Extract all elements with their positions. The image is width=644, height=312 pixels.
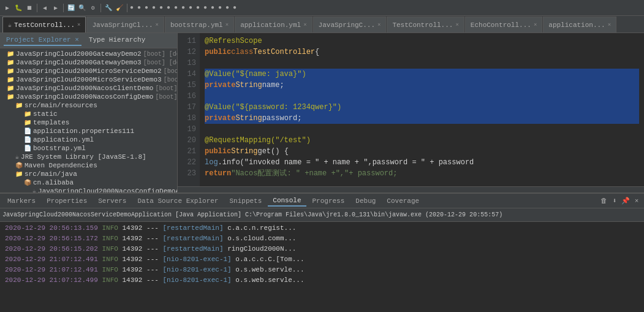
settings-icon[interactable]: ⚙	[88, 3, 98, 13]
refresh-icon[interactable]: 🔄	[66, 3, 76, 13]
tree-item-icon: 📄	[24, 145, 31, 152]
forward-icon[interactable]: ▶	[51, 3, 61, 13]
tree-item[interactable]: 📦 cn.alibaba	[0, 178, 177, 187]
code-line[interactable]: @Value("${password: 1234qwer}")	[205, 102, 639, 113]
tab-close-6[interactable]: ×	[455, 22, 458, 28]
tree-item[interactable]: 📁 JavaSpringCloud2000NacosClientDemo [bo…	[0, 84, 177, 93]
tree-item[interactable]: ☕ JavaSpringCloud2000NacosConfigDemoAppl…	[0, 187, 177, 192]
bottom-tab-properties[interactable]: Properties	[42, 196, 92, 206]
log-class: ringCloud2000N...	[227, 245, 296, 253]
tab-close-8[interactable]: ×	[608, 22, 611, 28]
code-line[interactable]: private String password;	[205, 113, 639, 124]
code-line[interactable]: @RefreshScope	[205, 36, 639, 47]
build-icon[interactable]: 🔧	[104, 3, 113, 13]
code-lines[interactable]: @RefreshScopepublic class TestController…	[200, 33, 644, 186]
tree-item[interactable]: 📁 src/main/java	[0, 170, 177, 178]
tab-javaspring1[interactable]: JavaSpringCl... ×	[86, 17, 164, 32]
tab-testcontroller2[interactable]: TestControll... ×	[387, 17, 464, 32]
bottom-tab-snippets[interactable]: Snippets	[224, 196, 267, 206]
console-clear-icon[interactable]: 🗑	[599, 196, 608, 206]
tab-close-7[interactable]: ×	[534, 22, 537, 28]
log-dashes: ---	[146, 276, 159, 284]
tree-item-badge: [boot] [devtools]	[143, 51, 177, 58]
tree-item-icon: 📦	[24, 179, 31, 186]
log-thread: [restartedMain]	[163, 245, 224, 253]
tree-item[interactable]: 📁 JavaSpringCloud2000NacosConfigDemo [bo…	[0, 93, 177, 101]
panel-tab-hierarchy[interactable]: Type Hierarchy	[86, 35, 148, 46]
code-segment: private	[205, 80, 235, 91]
tree-item[interactable]: 📁 templates	[0, 118, 177, 127]
console-pin-icon[interactable]: 📌	[621, 196, 631, 206]
code-line[interactable]: log.info("invoked name = " + name + ",pa…	[205, 157, 639, 168]
panel-tab-project[interactable]: Project Explorer ×	[4, 35, 81, 46]
main-area: Project Explorer × Type Hierarchy 📁 Java…	[0, 33, 644, 192]
console-log-area[interactable]: 2020-12-29 20:56:13.159 INFO 14392 --- […	[0, 222, 644, 312]
console-scroll-icon[interactable]: ⬇	[610, 196, 619, 206]
code-line[interactable]: @RequestMapping("/test")	[205, 135, 639, 146]
tab-ecocontroller[interactable]: EchoControll... ×	[465, 17, 542, 32]
tree-item-label: Maven Dependencies	[25, 162, 97, 169]
editor-hscroll[interactable]	[178, 186, 644, 192]
code-line[interactable]: return "Nacos配置测试: " +name +","+ passwor…	[205, 168, 639, 179]
bottom-tab-coverage[interactable]: Coverage	[382, 196, 424, 206]
console-app-label: JavaSpringCloud2000NacosServiceDemoAppli…	[2, 211, 502, 218]
tree-item[interactable]: 📦 Maven Dependencies	[0, 161, 177, 170]
code-segment: @Value("${name: java}")	[205, 69, 306, 80]
log-line: 2020-12-29 21:07:12.491 INFO 14392 --- […	[0, 254, 644, 265]
code-segment: @RequestMapping("/test")	[205, 135, 311, 146]
log-pid: 14392	[122, 276, 142, 284]
clean-icon[interactable]: 🧹	[115, 3, 124, 13]
code-line[interactable]	[205, 58, 639, 69]
tree-item[interactable]: 📁 JavaSpringCloud2000GatewayDemo3 [boot]…	[0, 58, 177, 67]
tab-bootstrap[interactable]: bootstrap.yml ×	[165, 17, 234, 32]
tab-application2[interactable]: application... ×	[543, 17, 616, 32]
tree-item[interactable]: 📄 application.yml	[0, 135, 177, 144]
console-close-icon[interactable]: ×	[632, 196, 642, 206]
tree-item[interactable]: 📁 src/main/resources	[0, 101, 177, 110]
stop-icon[interactable]: ⏹	[25, 3, 34, 13]
tree-item[interactable]: ☕ JRE System Library [JavaSE-1.8]	[0, 153, 177, 161]
log-level: INFO	[102, 276, 118, 284]
code-line[interactable]	[205, 91, 639, 102]
tab-application-yml[interactable]: application.yml ×	[235, 17, 312, 32]
search-icon[interactable]: 🔍	[77, 3, 87, 13]
back-icon[interactable]: ◀	[40, 3, 50, 13]
tab-javaspring2[interactable]: JavaSpringC... ×	[313, 17, 387, 32]
code-line[interactable]: private String name;	[205, 80, 639, 91]
code-line[interactable]	[205, 124, 639, 135]
bottom-tab-debug[interactable]: Debug	[350, 196, 381, 206]
tab-label-5: JavaSpringC...	[319, 21, 375, 29]
bottom-tab-console[interactable]: Console	[268, 196, 306, 207]
editor-tabs-bar: ☕ TestControll... × JavaSpringCl... × bo…	[0, 16, 644, 33]
log-dashes: ---	[146, 245, 159, 253]
bottom-tab-servers[interactable]: Servers	[93, 196, 131, 206]
code-line[interactable]: public String get() {	[205, 146, 639, 157]
code-line[interactable]: public class TestController {	[205, 47, 639, 58]
code-segment: password;	[262, 113, 302, 124]
log-timestamp: 2020-12-29 21:07:12.491	[5, 256, 98, 263]
tree-item[interactable]: 📁 JavaSpringCloud2000GatewayDemo2 [boot]…	[0, 50, 177, 58]
tab-close-3[interactable]: ×	[225, 22, 229, 28]
code-line[interactable]: @Value("${name: java}")	[205, 69, 639, 80]
bottom-area: Markers Properties Servers Data Source E…	[0, 192, 644, 312]
line-number: 18	[178, 113, 196, 124]
tree-item[interactable]: 📁 static	[0, 110, 177, 118]
bottom-tab-markers[interactable]: Markers	[2, 196, 40, 206]
tab-close-2[interactable]: ×	[156, 22, 159, 28]
code-segment: private	[205, 113, 235, 124]
code-segment: public	[205, 146, 231, 157]
bottom-tab-progress[interactable]: Progress	[308, 196, 350, 206]
run-icon[interactable]: ▶	[2, 3, 12, 13]
tree-item-icon: 📁	[7, 85, 14, 92]
bottom-tab-datasource[interactable]: Data Source Explorer	[132, 196, 223, 206]
tab-close-5[interactable]: ×	[377, 22, 381, 28]
tree-item[interactable]: 📄 bootstrap.yml	[0, 144, 177, 153]
tree-item[interactable]: 📁 JavaSpringCloud2000MicroServiceDemo3 […	[0, 75, 177, 84]
debug-icon[interactable]: 🐛	[13, 3, 23, 13]
tree-item[interactable]: 📄 application.properties111	[0, 127, 177, 135]
tree-item[interactable]: 📁 JavaSpringCloud2000MicroServiceDemo2 […	[0, 67, 177, 75]
tab-close-1[interactable]: ×	[77, 22, 80, 28]
tab-testcontroller[interactable]: ☕ TestControll... ×	[2, 17, 86, 32]
code-segment: name;	[262, 80, 284, 91]
tab-close-4[interactable]: ×	[303, 22, 306, 28]
